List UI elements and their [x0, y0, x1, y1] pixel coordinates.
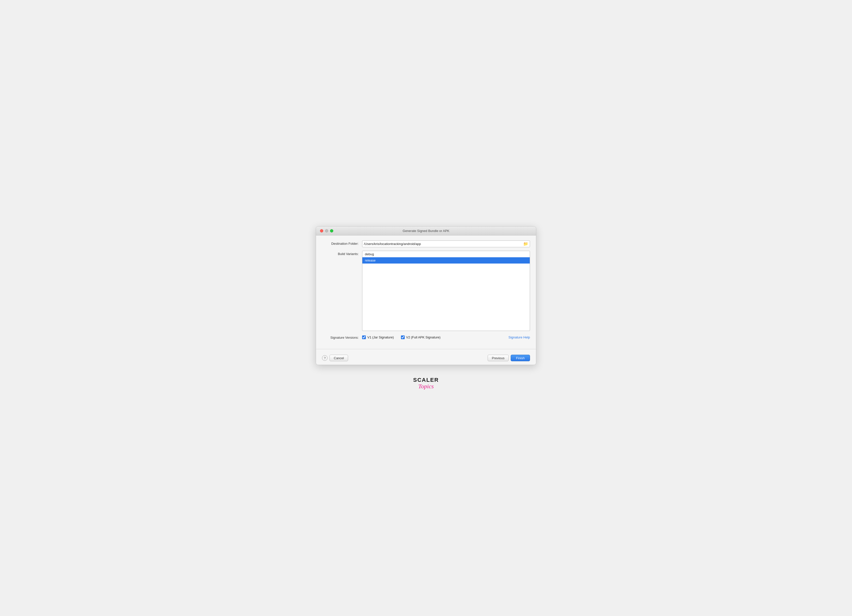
dialog-window: Generate Signed Bundle or APK Destinatio… — [316, 226, 536, 365]
action-bar: ? Cancel Previous Finish — [316, 352, 536, 365]
variant-release[interactable]: release — [363, 257, 530, 264]
destination-input-wrapper: /Users/kris/locationtracking/android/app… — [362, 240, 530, 247]
signature-versions-label: Signature Versions: — [322, 334, 362, 340]
scaler-topics-text: Topics — [418, 383, 434, 390]
dialog-title: Generate Signed Bundle or APK — [403, 229, 449, 233]
v2-signature-item[interactable]: V2 (Full APK Signature) — [401, 335, 441, 339]
page-wrapper: Generate Signed Bundle or APK Destinatio… — [316, 226, 536, 390]
folder-browse-icon[interactable]: 📁 — [523, 242, 528, 246]
v1-checkbox[interactable] — [362, 335, 366, 339]
minimize-button[interactable] — [325, 229, 328, 233]
v1-signature-item[interactable]: V1 (Jar Signature) — [362, 335, 394, 339]
scaler-logo: SCALER Topics — [413, 377, 439, 390]
maximize-button[interactable] — [330, 229, 333, 233]
build-variants-list: debug release — [362, 251, 530, 331]
bottom-divider — [316, 349, 536, 349]
v1-label: V1 (Jar Signature) — [367, 335, 394, 339]
variant-debug[interactable]: debug — [363, 251, 530, 257]
build-variants-row: Build Variants: debug release — [322, 251, 530, 331]
scaler-title-text: SCALER — [413, 377, 439, 383]
dialog-body: Destination Folder: /Users/kris/location… — [316, 236, 536, 349]
v2-label: V2 (Full APK Signature) — [406, 335, 441, 339]
destination-folder-value: /Users/kris/locationtracking/android/app — [364, 242, 522, 246]
previous-button[interactable]: Previous — [488, 355, 509, 361]
help-button[interactable]: ? — [322, 355, 328, 361]
build-variants-label: Build Variants: — [322, 251, 362, 256]
signature-help-link[interactable]: Signature Help — [508, 335, 530, 339]
destination-folder-label: Destination Folder: — [322, 240, 362, 246]
close-button[interactable] — [320, 229, 323, 233]
title-bar: Generate Signed Bundle or APK — [316, 226, 536, 236]
finish-button[interactable]: Finish — [511, 355, 530, 361]
destination-folder-field: /Users/kris/locationtracking/android/app… — [362, 240, 530, 247]
build-variants-field: debug release — [362, 251, 530, 331]
cancel-button[interactable]: Cancel — [329, 355, 348, 361]
signature-versions-row: Signature Versions: V1 (Jar Signature) V… — [322, 334, 530, 340]
destination-folder-row: Destination Folder: /Users/kris/location… — [322, 240, 530, 247]
signature-checkbox-group: V1 (Jar Signature) V2 (Full APK Signatur… — [362, 335, 530, 339]
traffic-lights — [320, 229, 333, 233]
v2-checkbox[interactable] — [401, 335, 405, 339]
